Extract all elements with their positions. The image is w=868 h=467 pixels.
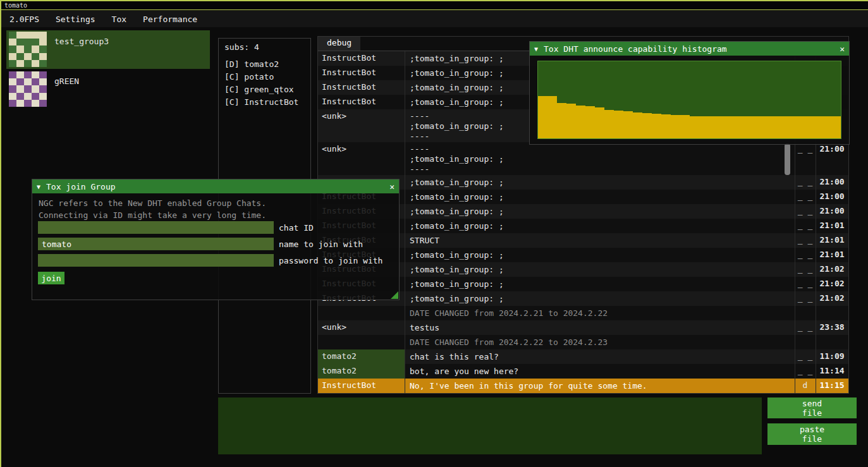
chat-message-row[interactable]: tomato2bot, are you new here?_ _11:14 (318, 364, 848, 379)
join-password-input[interactable] (38, 254, 274, 267)
message-timestamp (816, 335, 848, 349)
join-window-titlebar[interactable]: ▼ Tox join Group ✕ (32, 179, 399, 193)
message-status-marks: _ _ (795, 248, 816, 262)
chat-message-row[interactable]: InstructBotNo, I've been in this group f… (318, 379, 848, 393)
hist-window-titlebar[interactable]: ▼ Tox DHT announce capability histogram … (530, 42, 849, 56)
fps-counter: 2.0FPS (1, 11, 47, 27)
message-author: InstructBot (318, 66, 405, 80)
histogram-bar (831, 116, 841, 138)
histogram-bar (566, 104, 576, 138)
message-status-marks: _ _ (795, 219, 816, 233)
message-text: bot, are you new here? (405, 364, 795, 379)
message-status-marks: _ _ (795, 349, 816, 364)
subs-list: [D] tomato2[C] potato[C] green_qtox[C] I… (224, 58, 305, 109)
message-timestamp: 21:02 (816, 277, 848, 291)
column-separator (405, 51, 405, 393)
histogram-bar (547, 96, 557, 138)
message-timestamp: 21:01 (816, 233, 848, 248)
chat-message-row[interactable]: DATE CHANGED from 2024.2.21 to 2024.2.22 (318, 306, 848, 320)
resize-grip[interactable] (391, 291, 398, 299)
message-text: ;tomato_in_group: ; (405, 190, 795, 204)
ngc-info-line-1: NGC refers to the New DHT enabled Group … (39, 198, 266, 208)
chat-message-row[interactable]: <unk>testus_ _23:38 (318, 320, 848, 335)
message-timestamp: 21:01 (816, 248, 848, 262)
message-status-marks (795, 335, 816, 349)
message-text: ---- ;tomato_in_group: ; ---- (405, 142, 795, 175)
dht-capability-histogram (537, 61, 841, 139)
histogram-bar (708, 116, 718, 138)
collapse-arrow-icon[interactable]: ▼ (37, 183, 40, 190)
histogram-bars (538, 61, 841, 138)
histogram-bar (793, 116, 803, 138)
group-avatar (9, 32, 47, 67)
tab-debug[interactable]: debug (318, 37, 360, 51)
message-status-marks: _ _ (795, 233, 816, 248)
group-name: gREEN (54, 76, 79, 86)
close-icon[interactable]: ✕ (389, 182, 394, 191)
chat-message-row[interactable]: tomato2chat is this real?_ _11:09 (318, 349, 848, 364)
message-timestamp: 21:00 (816, 204, 848, 219)
join-button[interactable]: join (38, 272, 64, 284)
message-text: testus (405, 320, 795, 335)
subs-list-item[interactable]: [D] tomato2 (224, 58, 305, 71)
message-author: tomato2 (318, 349, 405, 364)
message-timestamp (816, 306, 848, 320)
message-status-marks: _ _ (795, 291, 816, 306)
histogram-bar (623, 111, 633, 138)
dht-histogram-window: ▼ Tox DHT announce capability histogram … (529, 41, 850, 145)
group-avatar (9, 71, 47, 107)
chat-message-row[interactable]: <unk>---- ;tomato_in_group: ; ----_ _21:… (318, 142, 848, 175)
message-text: ;tomato_in_group: ; (405, 291, 795, 306)
collapse-arrow-icon[interactable]: ▼ (534, 45, 538, 52)
chat-scrollbar-thumb[interactable] (785, 143, 790, 175)
menu-item-tox[interactable]: Tox (104, 11, 135, 27)
histogram-bar (765, 116, 774, 138)
message-input[interactable] (218, 397, 762, 454)
group-item-gREEN[interactable]: gREEN (6, 70, 210, 109)
subs-list-item[interactable]: [C] InstructBot (224, 96, 305, 109)
message-author: <unk> (318, 109, 405, 142)
close-icon[interactable]: ✕ (840, 44, 845, 54)
histogram-bar (652, 114, 661, 138)
menu-item-performance[interactable]: Performance (135, 11, 205, 27)
histogram-bar (538, 96, 547, 138)
subs-list-item[interactable]: [C] potato (224, 71, 305, 83)
message-status-marks: _ _ (795, 262, 816, 277)
message-author: InstructBot (318, 379, 405, 393)
histogram-bar (718, 116, 727, 138)
message-timestamp: 21:01 (816, 219, 848, 233)
message-status-marks: _ _ (795, 204, 816, 219)
message-text: ;tomato_in_group: ; (405, 204, 795, 219)
join-name-input[interactable] (38, 238, 274, 250)
message-status-marks: _ _ (795, 175, 816, 190)
group-item-test_group3[interactable]: test_group3 (6, 30, 210, 69)
histogram-bar (633, 112, 642, 138)
subs-list-item[interactable]: [C] green_qtox (224, 83, 305, 96)
chat-id-input[interactable] (38, 221, 274, 234)
histogram-bar (585, 106, 595, 138)
message-timestamp: 21:02 (816, 262, 848, 277)
message-author: InstructBot (318, 51, 405, 66)
histogram-bar (699, 116, 708, 138)
message-text: DATE CHANGED from 2024.2.22 to 2024.2.23 (405, 335, 795, 349)
message-status-marks: _ _ (795, 320, 816, 335)
message-author: tomato2 (318, 364, 405, 379)
message-timestamp: 21:00 (816, 190, 848, 204)
chat-message-row[interactable]: DATE CHANGED from 2024.2.22 to 2024.2.23 (318, 335, 848, 349)
send-file-button[interactable]: send file (767, 397, 857, 418)
menu-item-settings[interactable]: Settings (47, 11, 104, 27)
message-timestamp: 21:00 (816, 175, 848, 190)
histogram-bar (774, 116, 784, 138)
message-text: ;tomato_in_group: ; (405, 262, 795, 277)
join-window-title: Tox join Group (46, 182, 116, 191)
histogram-bar (812, 116, 822, 138)
message-status-marks (795, 306, 816, 320)
paste-file-button[interactable]: paste file (767, 423, 857, 445)
join-password-label: password to join with (279, 256, 382, 265)
message-text: No, I've been in this group for quite so… (405, 379, 795, 393)
message-status-marks: _ _ (795, 142, 816, 175)
hist-window-title: Tox DHT announce capability histogram (544, 44, 727, 54)
message-text: ;tomato_in_group: ; (405, 219, 795, 233)
message-author: InstructBot (318, 95, 405, 109)
histogram-bar (803, 116, 812, 138)
